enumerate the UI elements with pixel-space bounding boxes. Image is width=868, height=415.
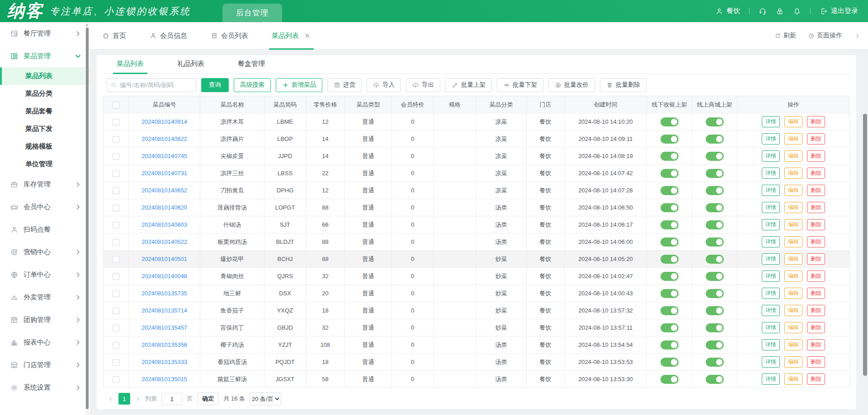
dish-id-link[interactable]: 20240810140046 (142, 273, 187, 280)
page-ops-button[interactable]: 页面操作 (808, 32, 842, 40)
search-input[interactable] (107, 78, 196, 92)
delete-button[interactable]: 删除 (807, 270, 825, 282)
detail-button[interactable]: 详情 (762, 322, 780, 333)
online-shelf-toggle[interactable] (706, 220, 724, 229)
sidebar-item-会员中心[interactable]: 会员中心 (0, 196, 90, 218)
delete-button[interactable]: 删除 (807, 253, 825, 265)
detail-button[interactable]: 详情 (762, 373, 780, 385)
delete-button[interactable]: 删除 (807, 373, 825, 385)
edit-button[interactable]: 编辑 (784, 270, 802, 282)
delete-button[interactable]: 删除 (807, 322, 825, 333)
delete-button[interactable]: 删除 (807, 150, 825, 162)
sidebar-item-菜品下发[interactable]: 菜品下发 (0, 120, 90, 138)
detail-button[interactable]: 详情 (762, 339, 780, 350)
detail-button[interactable]: 详情 (762, 133, 780, 145)
offline-shelf-toggle[interactable] (660, 323, 679, 332)
goto-confirm-button[interactable]: 确定 (197, 392, 219, 405)
row-checkbox[interactable] (113, 187, 119, 194)
row-checkbox[interactable] (113, 325, 119, 331)
tab-菜品列表[interactable]: 菜品列表 (113, 60, 147, 74)
sidebar-item-扫码点餐[interactable]: 扫码点餐 (0, 218, 90, 241)
sidebar-item-菜品套餐[interactable]: 菜品套餐 (0, 103, 90, 120)
查询-button[interactable]: 查询 (201, 78, 229, 92)
online-shelf-toggle[interactable] (706, 117, 724, 126)
detail-button[interactable]: 详情 (762, 185, 780, 196)
dish-id-link[interactable]: 20240810140745 (142, 153, 187, 159)
sidebar-scrollbar[interactable]: ▲ (85, 22, 89, 415)
offline-shelf-toggle[interactable] (660, 358, 679, 367)
edit-button[interactable]: 编辑 (784, 133, 802, 145)
offline-shelf-toggle[interactable] (660, 169, 679, 178)
row-checkbox[interactable] (113, 376, 119, 383)
detail-button[interactable]: 详情 (762, 202, 780, 213)
dish-id-link[interactable]: 20240810140620 (142, 204, 187, 211)
dish-id-link[interactable]: 20240810140501 (142, 256, 187, 262)
offline-shelf-toggle[interactable] (660, 375, 679, 384)
offline-shelf-toggle[interactable] (660, 255, 679, 264)
row-checkbox[interactable] (113, 273, 119, 280)
detail-button[interactable]: 详情 (762, 116, 780, 127)
online-shelf-toggle[interactable] (706, 135, 724, 144)
offline-shelf-toggle[interactable] (660, 289, 679, 298)
page-size-select[interactable]: 20 条/页 (250, 392, 281, 406)
sidebar-item-菜品列表[interactable]: 菜品列表 (0, 67, 90, 85)
select-all-checkbox[interactable] (113, 102, 119, 108)
edit-button[interactable]: 编辑 (784, 288, 802, 299)
row-checkbox[interactable] (113, 342, 119, 349)
offline-shelf-toggle[interactable] (660, 238, 679, 247)
批量改价-button[interactable]: 批量改价 (548, 78, 595, 92)
row-checkbox[interactable] (113, 308, 119, 314)
edit-button[interactable]: 编辑 (784, 253, 802, 265)
row-checkbox[interactable] (113, 239, 119, 246)
sidebar-item-菜品分类[interactable]: 菜品分类 (0, 85, 90, 103)
批量上架-button[interactable]: 批量上架 (445, 78, 492, 92)
sidebar-scrollbar-thumb[interactable] (86, 28, 89, 409)
delete-button[interactable]: 删除 (807, 236, 825, 247)
backoffice-nav-tab[interactable]: 后台管理 (222, 4, 282, 22)
delete-button[interactable]: 删除 (807, 219, 825, 230)
online-shelf-toggle[interactable] (706, 186, 724, 195)
offline-shelf-toggle[interactable] (660, 340, 679, 350)
online-shelf-toggle[interactable] (706, 375, 724, 384)
refresh-button[interactable]: 刷新 (774, 32, 796, 40)
dish-id-link[interactable]: 20240810135356 (142, 341, 187, 348)
row-checkbox[interactable] (113, 222, 119, 228)
导出-button[interactable]: 导出 (406, 78, 440, 92)
detail-button[interactable]: 详情 (762, 219, 780, 230)
breadcrumb-tab-首页[interactable]: 首页 (102, 22, 126, 50)
批量删除-button[interactable]: 批量删除 (600, 78, 646, 92)
row-checkbox[interactable] (113, 359, 119, 366)
page-number-1[interactable]: 1 (118, 393, 130, 405)
online-shelf-toggle[interactable] (706, 272, 724, 281)
detail-button[interactable]: 详情 (762, 236, 780, 247)
offline-shelf-toggle[interactable] (660, 135, 679, 144)
dish-id-link[interactable]: 20240810140652 (142, 187, 187, 194)
sidebar-item-系统设置[interactable]: 系统设置 (0, 376, 90, 399)
tab-礼品列表[interactable]: 礼品列表 (174, 60, 208, 74)
row-checkbox[interactable] (113, 119, 119, 126)
sidebar-item-菜品管理[interactable]: 菜品管理 (0, 45, 90, 67)
delete-button[interactable]: 删除 (807, 133, 825, 145)
edit-button[interactable]: 编辑 (784, 305, 802, 316)
edit-button[interactable]: 编辑 (784, 116, 802, 127)
content-scrollbar-thumb[interactable] (863, 114, 867, 376)
online-shelf-toggle[interactable] (706, 323, 724, 332)
content-scrollbar[interactable] (863, 79, 867, 412)
detail-button[interactable]: 详情 (762, 168, 780, 179)
delete-button[interactable]: 删除 (807, 356, 825, 368)
dish-id-link[interactable]: 20240810135457 (142, 324, 187, 331)
delete-button[interactable]: 删除 (807, 288, 825, 299)
detail-button[interactable]: 详情 (762, 270, 780, 282)
next-page-button[interactable]: › (135, 394, 141, 403)
edit-button[interactable]: 编辑 (784, 168, 802, 179)
sidebar-scroll-up-arrow[interactable]: ▲ (85, 23, 89, 27)
delete-button[interactable]: 删除 (807, 116, 825, 127)
row-checkbox[interactable] (113, 205, 119, 211)
online-shelf-toggle[interactable] (706, 358, 724, 367)
edit-button[interactable]: 编辑 (784, 202, 802, 213)
online-shelf-toggle[interactable] (706, 340, 724, 350)
offline-shelf-toggle[interactable] (660, 272, 679, 281)
detail-button[interactable]: 详情 (762, 305, 780, 316)
row-checkbox[interactable] (113, 153, 119, 160)
close-icon[interactable] (304, 32, 311, 39)
